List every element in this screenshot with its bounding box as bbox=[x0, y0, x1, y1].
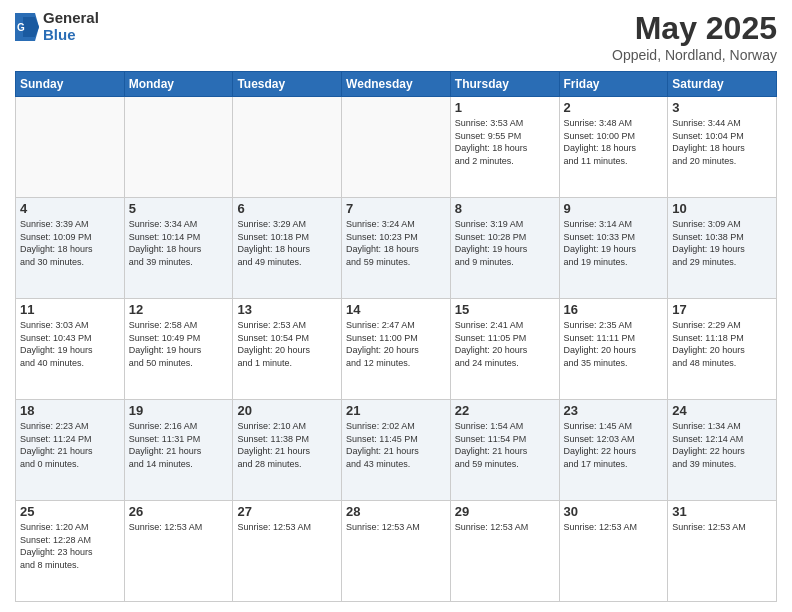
day-number: 10 bbox=[672, 201, 772, 216]
page: G General Blue May 2025 Oppeid, Nordland… bbox=[0, 0, 792, 612]
calendar-cell: 3Sunrise: 3:44 AM Sunset: 10:04 PM Dayli… bbox=[668, 97, 777, 198]
day-info: Sunrise: 3:19 AM Sunset: 10:28 PM Daylig… bbox=[455, 218, 555, 268]
day-number: 5 bbox=[129, 201, 229, 216]
calendar-cell: 9Sunrise: 3:14 AM Sunset: 10:33 PM Dayli… bbox=[559, 198, 668, 299]
day-number: 17 bbox=[672, 302, 772, 317]
day-number: 28 bbox=[346, 504, 446, 519]
day-info: Sunrise: 1:54 AM Sunset: 11:54 PM Daylig… bbox=[455, 420, 555, 470]
day-number: 14 bbox=[346, 302, 446, 317]
calendar-cell: 16Sunrise: 2:35 AM Sunset: 11:11 PM Dayl… bbox=[559, 299, 668, 400]
calendar-cell bbox=[233, 97, 342, 198]
day-info: Sunrise: 3:14 AM Sunset: 10:33 PM Daylig… bbox=[564, 218, 664, 268]
day-info: Sunrise: 3:09 AM Sunset: 10:38 PM Daylig… bbox=[672, 218, 772, 268]
day-info: Sunrise: 12:53 AM bbox=[346, 521, 446, 534]
day-info: Sunrise: 2:58 AM Sunset: 10:49 PM Daylig… bbox=[129, 319, 229, 369]
calendar-cell bbox=[124, 97, 233, 198]
calendar-week-4: 18Sunrise: 2:23 AM Sunset: 11:24 PM Dayl… bbox=[16, 400, 777, 501]
day-info: Sunrise: 1:45 AM Sunset: 12:03 AM Daylig… bbox=[564, 420, 664, 470]
calendar-header-thursday: Thursday bbox=[450, 72, 559, 97]
calendar-table: SundayMondayTuesdayWednesdayThursdayFrid… bbox=[15, 71, 777, 602]
calendar-cell: 20Sunrise: 2:10 AM Sunset: 11:38 PM Dayl… bbox=[233, 400, 342, 501]
day-info: Sunrise: 12:53 AM bbox=[129, 521, 229, 534]
title-block: May 2025 Oppeid, Nordland, Norway bbox=[612, 10, 777, 63]
calendar-header-monday: Monday bbox=[124, 72, 233, 97]
calendar-cell: 24Sunrise: 1:34 AM Sunset: 12:14 AM Dayl… bbox=[668, 400, 777, 501]
logo-icon: G bbox=[15, 13, 39, 41]
day-info: Sunrise: 1:20 AM Sunset: 12:28 AM Daylig… bbox=[20, 521, 120, 571]
day-info: Sunrise: 12:53 AM bbox=[564, 521, 664, 534]
calendar-cell: 21Sunrise: 2:02 AM Sunset: 11:45 PM Dayl… bbox=[342, 400, 451, 501]
day-number: 29 bbox=[455, 504, 555, 519]
day-number: 20 bbox=[237, 403, 337, 418]
calendar-cell bbox=[16, 97, 125, 198]
location: Oppeid, Nordland, Norway bbox=[612, 47, 777, 63]
day-number: 7 bbox=[346, 201, 446, 216]
day-number: 3 bbox=[672, 100, 772, 115]
day-number: 1 bbox=[455, 100, 555, 115]
calendar-cell: 4Sunrise: 3:39 AM Sunset: 10:09 PM Dayli… bbox=[16, 198, 125, 299]
day-number: 9 bbox=[564, 201, 664, 216]
calendar-cell: 13Sunrise: 2:53 AM Sunset: 10:54 PM Dayl… bbox=[233, 299, 342, 400]
calendar-cell: 19Sunrise: 2:16 AM Sunset: 11:31 PM Dayl… bbox=[124, 400, 233, 501]
day-info: Sunrise: 12:53 AM bbox=[455, 521, 555, 534]
day-info: Sunrise: 3:24 AM Sunset: 10:23 PM Daylig… bbox=[346, 218, 446, 268]
logo-general: General bbox=[43, 10, 99, 27]
day-info: Sunrise: 2:29 AM Sunset: 11:18 PM Daylig… bbox=[672, 319, 772, 369]
day-info: Sunrise: 2:23 AM Sunset: 11:24 PM Daylig… bbox=[20, 420, 120, 470]
day-number: 22 bbox=[455, 403, 555, 418]
day-number: 13 bbox=[237, 302, 337, 317]
calendar-week-3: 11Sunrise: 3:03 AM Sunset: 10:43 PM Dayl… bbox=[16, 299, 777, 400]
day-info: Sunrise: 2:35 AM Sunset: 11:11 PM Daylig… bbox=[564, 319, 664, 369]
day-info: Sunrise: 2:10 AM Sunset: 11:38 PM Daylig… bbox=[237, 420, 337, 470]
day-info: Sunrise: 12:53 AM bbox=[672, 521, 772, 534]
day-info: Sunrise: 3:03 AM Sunset: 10:43 PM Daylig… bbox=[20, 319, 120, 369]
calendar-week-5: 25Sunrise: 1:20 AM Sunset: 12:28 AM Dayl… bbox=[16, 501, 777, 602]
day-info: Sunrise: 2:02 AM Sunset: 11:45 PM Daylig… bbox=[346, 420, 446, 470]
calendar-cell: 14Sunrise: 2:47 AM Sunset: 11:00 PM Dayl… bbox=[342, 299, 451, 400]
calendar-cell: 23Sunrise: 1:45 AM Sunset: 12:03 AM Dayl… bbox=[559, 400, 668, 501]
day-info: Sunrise: 2:16 AM Sunset: 11:31 PM Daylig… bbox=[129, 420, 229, 470]
header: G General Blue May 2025 Oppeid, Nordland… bbox=[15, 10, 777, 63]
calendar-cell bbox=[342, 97, 451, 198]
day-number: 8 bbox=[455, 201, 555, 216]
day-info: Sunrise: 2:41 AM Sunset: 11:05 PM Daylig… bbox=[455, 319, 555, 369]
calendar-cell: 7Sunrise: 3:24 AM Sunset: 10:23 PM Dayli… bbox=[342, 198, 451, 299]
calendar-cell: 18Sunrise: 2:23 AM Sunset: 11:24 PM Dayl… bbox=[16, 400, 125, 501]
calendar-cell: 31Sunrise: 12:53 AM bbox=[668, 501, 777, 602]
calendar-cell: 25Sunrise: 1:20 AM Sunset: 12:28 AM Dayl… bbox=[16, 501, 125, 602]
calendar-header-friday: Friday bbox=[559, 72, 668, 97]
calendar-header-row: SundayMondayTuesdayWednesdayThursdayFrid… bbox=[16, 72, 777, 97]
calendar-cell: 5Sunrise: 3:34 AM Sunset: 10:14 PM Dayli… bbox=[124, 198, 233, 299]
calendar-cell: 6Sunrise: 3:29 AM Sunset: 10:18 PM Dayli… bbox=[233, 198, 342, 299]
day-info: Sunrise: 3:53 AM Sunset: 9:55 PM Dayligh… bbox=[455, 117, 555, 167]
calendar-cell: 8Sunrise: 3:19 AM Sunset: 10:28 PM Dayli… bbox=[450, 198, 559, 299]
svg-text:G: G bbox=[17, 22, 25, 33]
day-number: 12 bbox=[129, 302, 229, 317]
day-number: 4 bbox=[20, 201, 120, 216]
calendar-cell: 2Sunrise: 3:48 AM Sunset: 10:00 PM Dayli… bbox=[559, 97, 668, 198]
day-number: 11 bbox=[20, 302, 120, 317]
day-number: 19 bbox=[129, 403, 229, 418]
day-number: 24 bbox=[672, 403, 772, 418]
calendar-cell: 11Sunrise: 3:03 AM Sunset: 10:43 PM Dayl… bbox=[16, 299, 125, 400]
day-number: 26 bbox=[129, 504, 229, 519]
day-info: Sunrise: 1:34 AM Sunset: 12:14 AM Daylig… bbox=[672, 420, 772, 470]
day-info: Sunrise: 2:53 AM Sunset: 10:54 PM Daylig… bbox=[237, 319, 337, 369]
day-info: Sunrise: 3:34 AM Sunset: 10:14 PM Daylig… bbox=[129, 218, 229, 268]
calendar-cell: 17Sunrise: 2:29 AM Sunset: 11:18 PM Dayl… bbox=[668, 299, 777, 400]
day-number: 6 bbox=[237, 201, 337, 216]
calendar-header-tuesday: Tuesday bbox=[233, 72, 342, 97]
day-number: 30 bbox=[564, 504, 664, 519]
calendar-cell: 29Sunrise: 12:53 AM bbox=[450, 501, 559, 602]
day-number: 21 bbox=[346, 403, 446, 418]
calendar-header-saturday: Saturday bbox=[668, 72, 777, 97]
calendar-cell: 12Sunrise: 2:58 AM Sunset: 10:49 PM Dayl… bbox=[124, 299, 233, 400]
calendar-cell: 26Sunrise: 12:53 AM bbox=[124, 501, 233, 602]
day-number: 27 bbox=[237, 504, 337, 519]
month-title: May 2025 bbox=[612, 10, 777, 47]
day-info: Sunrise: 3:48 AM Sunset: 10:00 PM Daylig… bbox=[564, 117, 664, 167]
day-number: 31 bbox=[672, 504, 772, 519]
calendar-week-1: 1Sunrise: 3:53 AM Sunset: 9:55 PM Daylig… bbox=[16, 97, 777, 198]
logo: G General Blue bbox=[15, 10, 99, 43]
day-info: Sunrise: 12:53 AM bbox=[237, 521, 337, 534]
